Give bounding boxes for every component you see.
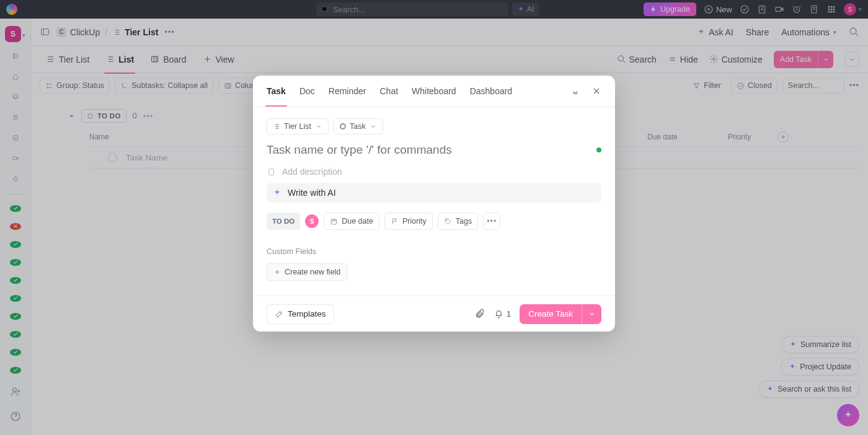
open-indicator-icon — [596, 147, 601, 152]
more-chips-button[interactable]: ••• — [483, 213, 500, 230]
status-circle-icon — [340, 123, 346, 130]
attachment-icon[interactable] — [474, 309, 485, 319]
priority-chip[interactable]: Priority — [384, 213, 433, 230]
create-field-button[interactable]: Create new field — [267, 263, 347, 281]
modal-tab-task[interactable]: Task — [267, 76, 286, 107]
wand-icon — [275, 310, 283, 319]
create-task-modal: Task Doc Reminder Chat Whiteboard Dashbo… — [253, 76, 615, 332]
modal-tab-doc[interactable]: Doc — [299, 76, 315, 107]
calendar-icon — [330, 218, 338, 226]
templates-button[interactable]: Templates — [267, 304, 334, 324]
minimize-icon[interactable] — [570, 86, 580, 96]
close-icon[interactable] — [591, 86, 601, 96]
doc-icon — [267, 167, 276, 177]
create-task-button[interactable]: Create Task — [520, 304, 601, 324]
svg-point-35 — [446, 219, 447, 220]
assignee-chip[interactable]: S — [305, 214, 319, 228]
sparkle-icon — [273, 188, 281, 197]
modal-tab-reminder[interactable]: Reminder — [329, 76, 366, 107]
modal-tab-dashboard[interactable]: Dashboard — [470, 76, 513, 107]
watchers-button[interactable]: 1 — [494, 309, 512, 319]
modal-type-picker[interactable]: Task — [334, 118, 383, 134]
modal-overlay[interactable]: Task Doc Reminder Chat Whiteboard Dashbo… — [0, 0, 868, 435]
custom-fields-label: Custom Fields — [267, 247, 601, 256]
chevron-down-icon[interactable] — [582, 304, 601, 324]
modal-tabs: Task Doc Reminder Chat Whiteboard Dashbo… — [253, 76, 615, 107]
modal-location-picker[interactable]: Tier List — [267, 118, 329, 134]
tag-icon — [444, 218, 452, 226]
plus-icon — [273, 268, 281, 276]
modal-tab-chat[interactable]: Chat — [379, 76, 398, 107]
flag-icon — [391, 218, 399, 226]
due-date-chip[interactable]: Due date — [324, 213, 379, 230]
svg-rect-34 — [331, 219, 337, 224]
add-description-button[interactable]: Add description — [267, 167, 601, 177]
modal-tab-whiteboard[interactable]: Whiteboard — [412, 76, 456, 107]
bell-icon — [494, 309, 504, 319]
list-icon — [273, 123, 280, 130]
write-with-ai-button[interactable]: Write with AI — [267, 183, 601, 203]
tags-chip[interactable]: Tags — [438, 213, 478, 230]
chevron-down-icon — [370, 123, 377, 130]
chevron-down-icon — [315, 123, 322, 130]
task-name-input[interactable] — [267, 143, 590, 157]
status-chip[interactable]: TO DO — [267, 213, 300, 230]
svg-rect-33 — [269, 169, 274, 175]
modal-footer: Templates 1 Create Task — [253, 296, 615, 332]
